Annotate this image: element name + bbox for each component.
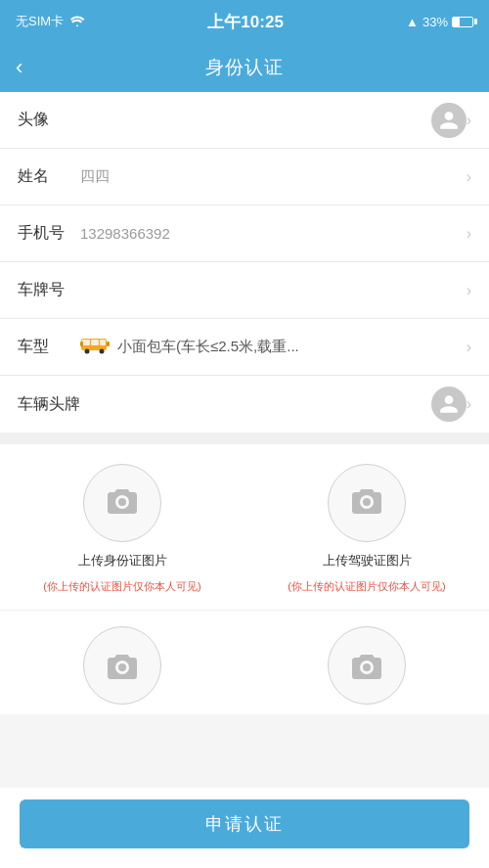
driver-license-upload-item[interactable]: 上传驾驶证图片 (你上传的认证图片仅你本人可见) bbox=[257, 464, 477, 594]
nav-bar: ‹ 身份认证 bbox=[0, 43, 489, 92]
id-card-upload-label: 上传身份证图片 bbox=[78, 552, 167, 570]
location-icon: ▲ bbox=[406, 15, 419, 29]
svg-rect-1 bbox=[82, 340, 90, 345]
vehicle-type-label: 车型 bbox=[18, 337, 65, 357]
vehicle-logo-label: 车辆头牌 bbox=[18, 394, 80, 415]
name-row[interactable]: 姓名 四四 › bbox=[0, 149, 489, 206]
extra-upload-circle-1[interactable] bbox=[83, 626, 161, 705]
avatar-chevron: › bbox=[467, 112, 471, 129]
upload-section-2 bbox=[0, 610, 489, 714]
vehicle-type-row[interactable]: 车型 小面包车(车长≤2.5米,载重... bbox=[0, 319, 489, 376]
vehicle-icon bbox=[80, 335, 110, 360]
name-value: 四四 bbox=[80, 167, 110, 186]
avatar-label: 头像 bbox=[18, 110, 65, 130]
id-card-upload-circle[interactable] bbox=[83, 464, 161, 542]
name-chevron: › bbox=[467, 168, 471, 186]
phone-label: 手机号 bbox=[18, 223, 65, 244]
vehicle-type-chevron: › bbox=[467, 339, 471, 356]
battery-icon bbox=[452, 17, 473, 27]
id-card-upload-note: (你上传的认证图片仅你本人可见) bbox=[43, 579, 200, 594]
vehicle-type-text: 小面包车(车长≤2.5米,载重... bbox=[117, 338, 299, 356]
driver-license-upload-label: 上传驾驶证图片 bbox=[323, 552, 412, 570]
plate-chevron: › bbox=[467, 282, 471, 299]
phone-chevron: › bbox=[467, 225, 471, 243]
plate-label: 车牌号 bbox=[18, 280, 65, 300]
status-right: ▲ 33% bbox=[406, 15, 473, 29]
wifi-icon bbox=[69, 15, 85, 29]
extra-upload-circle-2[interactable] bbox=[328, 626, 406, 705]
vehicle-logo-chevron: › bbox=[467, 395, 471, 413]
status-bar: 无SIM卡 上午10:25 ▲ 33% bbox=[0, 0, 489, 43]
vehicle-logo-image bbox=[431, 387, 467, 422]
svg-rect-7 bbox=[107, 342, 110, 346]
svg-rect-2 bbox=[91, 340, 99, 345]
phone-row[interactable]: 手机号 13298366392 › bbox=[0, 206, 489, 262]
form-section: 头像 › 姓名 四四 › 手机号 13298366392 › bbox=[0, 92, 489, 433]
plate-row[interactable]: 车牌号 › bbox=[0, 262, 489, 319]
camera-icon-driver bbox=[351, 486, 382, 521]
avatar-image bbox=[431, 103, 467, 138]
status-time: 上午10:25 bbox=[207, 11, 283, 33]
section-divider-1 bbox=[0, 433, 489, 444]
page-title: 身份认证 bbox=[205, 55, 284, 80]
driver-license-upload-circle[interactable] bbox=[328, 464, 406, 542]
svg-point-4 bbox=[85, 348, 90, 353]
camera-icon-id bbox=[107, 486, 138, 521]
status-left: 无SIM卡 bbox=[16, 13, 85, 30]
battery-text: 33% bbox=[422, 15, 448, 29]
id-card-upload-item[interactable]: 上传身份证图片 (你上传的认证图片仅你本人可见) bbox=[13, 464, 233, 594]
vehicle-logo-row[interactable]: 车辆头牌 › bbox=[0, 376, 489, 433]
back-button[interactable]: ‹ bbox=[16, 55, 22, 80]
svg-point-5 bbox=[100, 348, 105, 353]
extra-upload-1[interactable] bbox=[13, 626, 233, 705]
driver-license-upload-note: (你上传的认证图片仅你本人可见) bbox=[288, 579, 445, 594]
extra-upload-2[interactable] bbox=[257, 626, 477, 705]
upload-section: 上传身份证图片 (你上传的认证图片仅你本人可见) 上传驾驶证图片 (你上传的认证… bbox=[0, 444, 489, 610]
svg-rect-3 bbox=[100, 340, 106, 345]
svg-rect-6 bbox=[80, 342, 83, 346]
avatar-row[interactable]: 头像 › bbox=[0, 92, 489, 149]
submit-area: 申请认证 bbox=[0, 788, 489, 868]
carrier-text: 无SIM卡 bbox=[16, 13, 64, 30]
phone-value: 13298366392 bbox=[80, 225, 170, 242]
vehicle-type-value: 小面包车(车长≤2.5米,载重... bbox=[80, 335, 299, 360]
submit-button[interactable]: 申请认证 bbox=[20, 799, 469, 848]
name-label: 姓名 bbox=[18, 166, 65, 187]
